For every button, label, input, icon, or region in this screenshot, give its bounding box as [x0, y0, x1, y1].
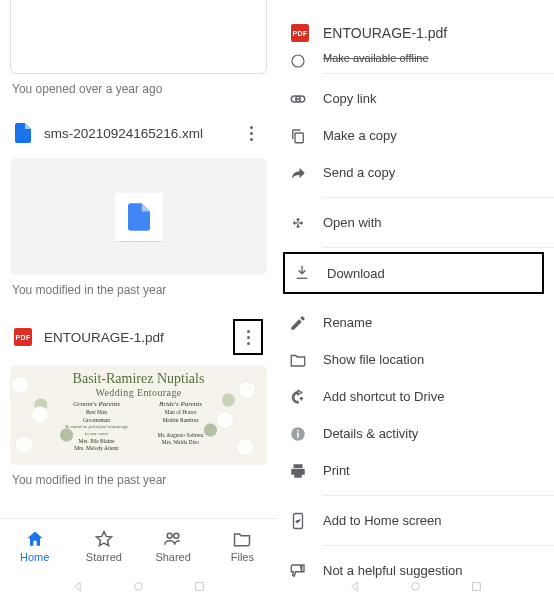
menu-item-open-with[interactable]: Open with [289, 204, 554, 241]
generic-file-icon [14, 124, 32, 142]
preview-subtitle: Wedding Entourage [10, 387, 267, 398]
pdf-icon: PDF [291, 24, 309, 42]
print-icon [289, 462, 323, 480]
menu-item-add-shortcut-to-drive[interactable]: Add shortcut to Drive [289, 378, 554, 415]
menu-item-clipped[interactable]: Make available offline [323, 62, 554, 74]
menu-item-label: Rename [323, 315, 372, 330]
download-icon [293, 264, 327, 282]
nav-files[interactable]: Files [208, 519, 277, 572]
recents-icon[interactable] [193, 580, 206, 593]
menu-item-details-activity[interactable]: Details & activity [289, 415, 554, 452]
menu-item-rename[interactable]: Rename [289, 304, 554, 341]
menu-item-label: Copy link [323, 91, 376, 106]
download-highlight: Download [283, 252, 544, 294]
nav-starred[interactable]: Starred [69, 519, 138, 572]
home-icon [25, 529, 45, 549]
menu-item-label: Show file location [323, 352, 424, 367]
back-icon[interactable] [71, 580, 84, 593]
menu-item-copy-link[interactable]: Copy link [289, 80, 554, 117]
file-thumbnail[interactable]: Basit-Ramirez Nuptials Wedding Entourage… [10, 365, 267, 465]
menu-item-print[interactable]: Print [289, 452, 554, 489]
menu-item-label: Add to Home screen [323, 513, 442, 528]
menu-item-send-a-copy[interactable]: Send a copy [289, 154, 554, 191]
people-icon [163, 529, 183, 549]
menu-item-label: Download [327, 266, 385, 281]
svg-point-0 [135, 582, 143, 590]
file-actions-sheet: PDF ENTOURAGE-1.pdf Make available offli… [277, 0, 554, 600]
star-icon [94, 529, 114, 549]
svg-rect-3 [295, 133, 303, 143]
file-name-label: sms-20210924165216.xml [44, 126, 227, 141]
nav-shared[interactable]: Shared [139, 519, 208, 572]
more-options-button[interactable] [233, 319, 263, 355]
file-card[interactable]: sms-20210924165216.xml [10, 108, 267, 275]
menu-item-label: Open with [323, 215, 382, 230]
svg-rect-9 [473, 582, 481, 590]
back-icon[interactable] [348, 580, 361, 593]
menu-item-make-a-copy[interactable]: Make a copy [289, 117, 554, 154]
file-meta-text: You modified in the past year [12, 473, 265, 487]
file-card[interactable]: PDF ENTOURAGE-1.pdf Basit-Ramirez Nuptia… [10, 309, 267, 465]
menu-item-label: Details & activity [323, 426, 418, 441]
rename-icon [289, 314, 323, 332]
nav-home[interactable]: Home [0, 519, 69, 572]
file-thumbnail[interactable] [10, 158, 267, 275]
folder-icon [289, 351, 323, 369]
sheet-file-name: ENTOURAGE-1.pdf [323, 25, 447, 41]
file-meta-text: You opened over a year ago [12, 82, 265, 96]
svg-point-2 [292, 55, 304, 67]
more-options-button[interactable] [239, 118, 263, 148]
system-navigation [0, 572, 277, 600]
folder-icon [232, 529, 252, 549]
menu-item-download[interactable]: Download [285, 254, 542, 292]
recents-icon[interactable] [470, 580, 483, 593]
shortcut-icon [289, 388, 323, 406]
menu-item-label: Send a copy [323, 165, 395, 180]
menu-item-label: Print [323, 463, 350, 478]
bottom-navigation: Home Starred Shared Files [0, 518, 277, 572]
home-sys-icon[interactable] [409, 580, 422, 593]
openwith-icon [289, 214, 323, 232]
menu-item-label: Add shortcut to Drive [323, 389, 444, 404]
pdf-icon: PDF [14, 328, 32, 346]
link-icon [289, 90, 323, 108]
svg-point-6 [297, 429, 299, 431]
menu-item-label: Make a copy [323, 128, 397, 143]
home-sys-icon[interactable] [132, 580, 145, 593]
copy-icon [289, 127, 323, 145]
file-name-label: ENTOURAGE-1.pdf [44, 330, 221, 345]
file-card-partial[interactable] [10, 0, 267, 74]
addhome-icon [289, 512, 323, 530]
system-navigation [277, 572, 554, 600]
file-meta-text: You modified in the past year [12, 283, 265, 297]
drive-file-list-screen: You opened over a year ago sms-202109241… [0, 0, 277, 600]
menu-item-add-to-home-screen[interactable]: Add to Home screen [289, 502, 554, 539]
preview-title: Basit-Ramirez Nuptials [10, 371, 267, 387]
offline-icon [289, 52, 307, 70]
menu-item-show-file-location[interactable]: Show file location [289, 341, 554, 378]
send-icon [289, 164, 323, 182]
svg-point-8 [412, 582, 420, 590]
svg-rect-5 [297, 432, 299, 437]
info-icon [289, 425, 323, 443]
svg-rect-1 [196, 582, 204, 590]
